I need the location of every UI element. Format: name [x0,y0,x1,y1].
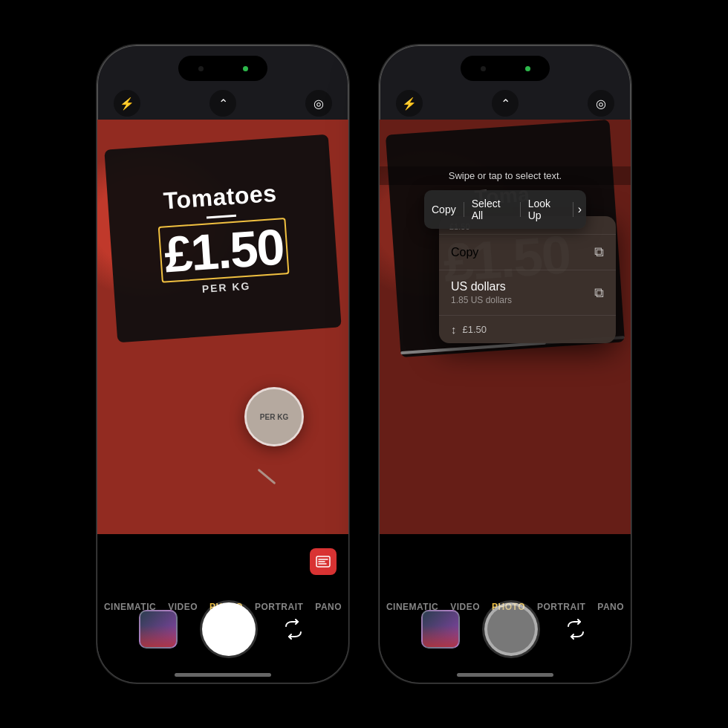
flash-button-2[interactable]: ⚡ [396,90,423,117]
price-sign-1: Tomatoes £1.50 PER KG [104,134,341,342]
phone-1: ⚡ ⌃ ◎ Tomatoes £1.50 PER KG PER KG [97,45,349,683]
home-indicator-2 [457,673,553,677]
flash-icon-1: ⚡ [120,97,134,111]
context-currency-label: US dollars [451,280,512,293]
more-options-button[interactable]: › [573,203,586,216]
dynamic-island-1 [178,56,267,81]
shutter-row-2 [380,602,631,656]
camera-bottom-2: CINEMATIC VIDEO PHOTO PORTRAIT PANO [380,534,631,683]
shutter-button-1[interactable] [202,602,256,656]
context-currency-sublabel: 1.85 US dollars [451,295,512,305]
sign-title-1: Tomatoes [163,180,278,215]
context-currency-icon: ⧉ [594,285,604,301]
expand-button-2[interactable]: ⌃ [492,90,519,117]
viewfinder-1: Tomatoes £1.50 PER KG PER KG [97,120,348,536]
context-currency-item[interactable]: US dollars 1.85 US dollars ⧉ [439,270,616,315]
photo-thumbnail-1[interactable] [139,610,178,649]
island-camera-dot [198,66,204,71]
text-selection-bar: Copy Select All Look Up › [424,190,586,229]
shutter-button-2[interactable] [484,602,538,656]
expand-icon-1: ⌃ [218,97,228,111]
flip-camera-button-1[interactable] [280,616,307,643]
phone-2: ⚡ ⌃ ◎ Toma £1.50 Swipe or tap to select … [379,45,631,683]
photo-thumbnail-2[interactable] [421,610,460,649]
settings-button-1[interactable]: ◎ [305,90,332,117]
context-currency-wrapper: US dollars 1.85 US dollars [451,280,512,305]
sign-divider-1 [207,215,236,219]
thumbnail-gradient-2 [423,625,458,647]
look-up-button[interactable]: Look Up [521,195,573,224]
live-text-icon-1[interactable] [310,548,337,575]
camera-top-bar-2: ⚡ ⌃ ◎ [380,90,631,117]
dynamic-island-2 [461,56,550,81]
context-exchange-row[interactable]: ↕ £1.50 [439,315,616,343]
magnifier-handle-1 [258,469,276,485]
context-copy-icon: ⧉ [594,244,604,260]
swipe-hint: Swipe or tap to select text. [380,166,631,185]
island-green-dot-2 [525,66,530,71]
sign-price-1: £1.50 [163,221,285,279]
expand-button-1[interactable]: ⌃ [209,90,236,117]
thumbnail-gradient-1 [140,625,176,647]
camera-top-bar-1: ⚡ ⌃ ◎ [97,90,348,117]
context-exchange-icon: ↕ [451,323,457,336]
context-menu: £1.50 Copy ⧉ US dollars 1.85 US dollars … [439,216,616,343]
copy-text-button[interactable]: Copy [424,201,464,218]
context-exchange-label: £1.50 [463,324,487,335]
settings-icon-1: ◎ [313,97,324,111]
magnifier-content-1: PER KG [247,389,302,444]
magnifier-text-1: PER KG [260,413,288,421]
swipe-hint-text: Swipe or tap to select text. [449,170,562,181]
context-copy-label: Copy [451,246,478,259]
context-copy-item[interactable]: Copy ⧉ [439,234,616,270]
tomato-background-1: Tomatoes £1.50 PER KG PER KG [97,120,348,536]
price-focus-bar-fill [400,341,546,354]
select-all-button[interactable]: Select All [464,195,520,224]
flash-button-1[interactable]: ⚡ [114,90,140,117]
island-camera-dot-2 [481,66,486,71]
home-indicator-1 [175,673,271,677]
flip-camera-button-2[interactable] [562,616,589,643]
sign-subtext-1: PER KG [201,280,251,296]
island-green-dot [243,66,248,71]
magnifier-1: PER KG [244,387,304,446]
shutter-row-1 [97,602,348,656]
settings-button-2[interactable]: ◎ [588,90,614,117]
